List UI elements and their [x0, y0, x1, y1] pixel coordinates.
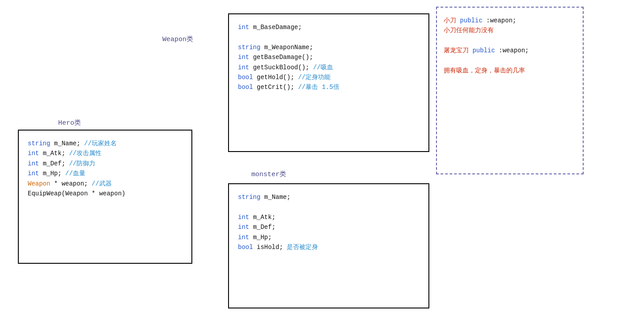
hero-box: string m_Name; //玩家姓名 int m_Atk; //攻击属性 … — [18, 130, 192, 264]
hero-hp: m_Hp; — [43, 170, 62, 177]
dashed-line-4: 拥有吸血，定身，暴击的几率 — [444, 66, 529, 76]
kw-int-9: int — [238, 234, 249, 241]
hero-line-5: Weapon * weapon; //武器 — [28, 179, 125, 189]
weapon-class-label: Weapon类 — [162, 35, 193, 43]
hero-line-3: int m_Def; //防御力 — [28, 159, 125, 169]
hero-weapon-comment: //武器 — [92, 180, 112, 187]
weapon-line-5: bool getHold(); //定身功能 — [238, 72, 339, 82]
kw-bool-2: bool — [238, 84, 253, 91]
kw-string-3: string — [238, 194, 260, 201]
monster-name: m_Name; — [264, 194, 291, 201]
kw-int-3: int — [238, 64, 249, 71]
weapon-hold: getHold(); — [257, 74, 294, 81]
dashed-line-2: 小刀任何能力没有 — [444, 25, 529, 35]
kw-bool-3: bool — [238, 244, 253, 251]
hero-hp-comment: //血量 — [65, 170, 85, 177]
hero-line-2: int m_Atk; //攻击属性 — [28, 148, 125, 158]
dragon-knife: 屠龙宝刀 — [444, 47, 472, 54]
weapon-crit-comment: //暴击 1.5倍 — [298, 84, 339, 91]
dashed-line-1: 小刀 public :weapon; — [444, 16, 529, 25]
monster-line-3: int m_Def; — [238, 222, 318, 232]
weapon-line-blank — [238, 32, 339, 42]
kw-bool-1: bool — [238, 74, 253, 81]
kw-int-6: int — [28, 170, 39, 177]
monster-line-2: int m_Atk; — [238, 212, 318, 222]
kw-int-5: int — [28, 160, 39, 167]
kw-int-7: int — [238, 214, 249, 221]
dragon-knife-weapon: :weapon; — [499, 47, 529, 54]
weapon-code: int m_BaseDamage; string m_WeaponName; i… — [238, 22, 339, 93]
hero-equip: EquipWeap(Weapon * weapon) — [28, 190, 125, 197]
monster-line-1: string m_Name; — [238, 192, 318, 202]
weapon-box: int m_BaseDamage; string m_WeaponName; i… — [228, 13, 429, 152]
weapon-crit: getCrit(); — [257, 84, 294, 91]
weapon-line-3: int getBaseDamage(); — [238, 52, 339, 62]
hero-atk: m_Atk; — [43, 150, 65, 157]
hero-name: m_Name; — [54, 140, 80, 147]
weapon-line-6: bool getCrit(); //暴击 1.5倍 — [238, 82, 339, 92]
weapon-line-2: string m_WeaponName; — [238, 42, 339, 52]
small-knife-1: 小刀 — [444, 17, 460, 24]
hero-line-1: string m_Name; //玩家姓名 — [28, 139, 125, 148]
monster-ishold-comment: 是否被定身 — [287, 244, 318, 251]
kw-public-2: public — [472, 47, 495, 54]
kw-string-2: string — [28, 140, 50, 147]
dashed-code: 小刀 public :weapon; 小刀任何能力没有 屠龙宝刀 public … — [444, 16, 529, 76]
monster-line-4: int m_Hp; — [238, 232, 318, 242]
hero-weapon: * weapon; — [54, 180, 88, 187]
weapon-get-base: getBaseDamage(); — [253, 54, 313, 61]
small-knife-no-ability: 小刀任何能力没有 — [444, 27, 494, 34]
monster-ishold: isHold; — [257, 244, 283, 251]
weapon-line-4: int getSuckBlood(); //吸血 — [238, 63, 339, 72]
weapon-suck: getSuckBlood(); — [253, 64, 309, 71]
monster-box: string m_Name; int m_Atk; int m_Def; int… — [228, 183, 429, 308]
hero-def: m_Def; — [43, 160, 65, 167]
hero-name-comment: //玩家姓名 — [84, 140, 117, 147]
monster-code: string m_Name; int m_Atk; int m_Def; int… — [238, 192, 318, 252]
hero-atk-comment: //攻击属性 — [69, 150, 102, 157]
weapon-line-1: int m_BaseDamage; — [238, 22, 339, 32]
kw-int-2: int — [238, 54, 249, 61]
weapon-suck-comment: //吸血 — [313, 64, 333, 71]
monster-line-blank — [238, 202, 318, 212]
kw-weapon: Weapon — [28, 180, 50, 187]
kw-int-8: int — [238, 224, 249, 231]
dashed-box: 小刀 public :weapon; 小刀任何能力没有 屠龙宝刀 public … — [436, 7, 584, 174]
hero-def-comment: //防御力 — [69, 160, 95, 167]
weapon-name: m_WeaponName; — [264, 44, 313, 51]
small-knife-weapon-1: :weapon; — [486, 17, 516, 24]
hero-code: string m_Name; //玩家姓名 int m_Atk; //攻击属性 … — [28, 139, 125, 198]
kw-string-1: string — [238, 44, 260, 51]
kw-int-4: int — [28, 150, 39, 157]
dashed-line-blank — [444, 36, 529, 46]
monster-class-label: monster类 — [251, 170, 286, 178]
kw-public-1: public — [460, 17, 482, 24]
hero-line-6: EquipWeap(Weapon * weapon) — [28, 189, 125, 198]
dashed-line-blank2 — [444, 56, 529, 66]
monster-def: m_Def; — [253, 224, 275, 231]
hero-class-label: Hero类 — [58, 118, 81, 127]
dashed-line-3: 屠龙宝刀 public :weapon; — [444, 46, 529, 55]
monster-hp: m_Hp; — [253, 234, 272, 241]
kw-int-1: int — [238, 24, 249, 31]
hero-line-4: int m_Hp; //血量 — [28, 169, 125, 178]
monster-line-5: bool isHold; 是否被定身 — [238, 242, 318, 252]
weapon-hold-comment: //定身功能 — [298, 74, 330, 81]
dragon-abilities: 拥有吸血，定身，暴击的几率 — [444, 67, 525, 74]
weapon-base-damage: m_BaseDamage; — [253, 24, 302, 31]
monster-atk: m_Atk; — [253, 214, 275, 221]
